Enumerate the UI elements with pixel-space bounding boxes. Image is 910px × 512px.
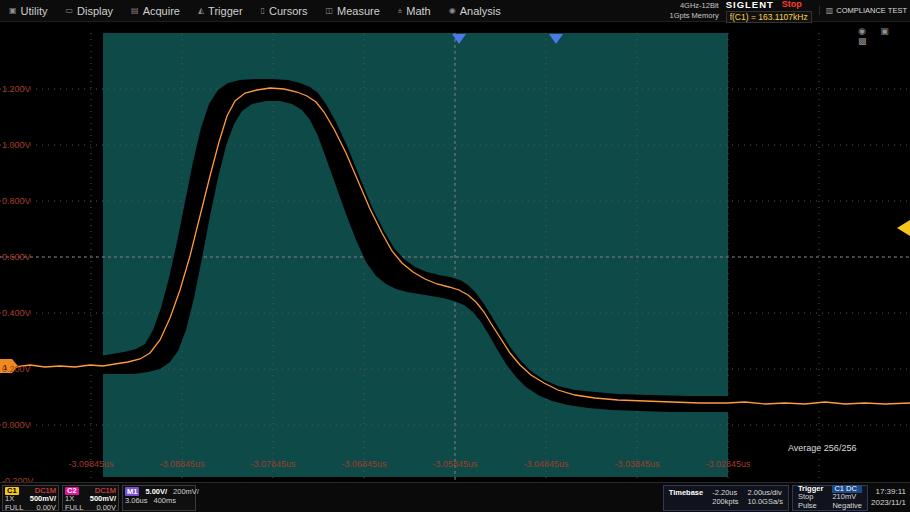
x-axis-label: -3.08845us — [159, 459, 204, 469]
clock-time: 17:39:11 — [871, 487, 906, 497]
menu-item-label: Display — [77, 5, 113, 17]
oscilloscope-screen: 1 1.200V1.000V0.800V0.600V0.400V0.200V0.… — [0, 0, 910, 512]
y-axis-label: 1.000V — [2, 140, 31, 150]
y-axis-label: 0.400V — [2, 308, 31, 318]
trigger-type: Pulse — [798, 502, 823, 511]
menu-item-utility[interactable]: ▣Utility — [0, 0, 56, 21]
c1-descriptor-box[interactable]: C1DC1M1X500mV/FULL0.00V — [2, 485, 59, 511]
channel-boxes: C1DC1M1X500mV/FULL0.00VC2DC1M1X500mV/FUL… — [2, 485, 119, 511]
y-axis-label: 1.200V — [2, 84, 31, 94]
x-axis-label: -3.02845us — [705, 459, 750, 469]
utility-icon: ▣ — [9, 6, 17, 15]
memory-spec: 1Gpts Memory — [669, 11, 718, 20]
menu-item-math[interactable]: ±Math — [389, 0, 440, 21]
measure-icon: ◫ — [325, 6, 333, 15]
menu-item-label: Math — [406, 5, 430, 17]
waveform-display[interactable]: 1 1.200V1.000V0.800V0.600V0.400V0.200V0.… — [0, 0, 910, 512]
display-icon: ▭ — [65, 6, 73, 15]
y-axis-label: 0.000V — [2, 420, 31, 430]
c1-bandwidth: FULL — [5, 504, 23, 512]
average-count-label: Average 256/256 — [788, 443, 856, 453]
math-icon: ± — [398, 6, 402, 15]
brand-status-box: SIGLENT Stop f(C1) = 163.1107kHz — [726, 0, 812, 23]
c2-bandwidth: FULL — [65, 504, 83, 512]
m1-vscale1: 5.00V/ — [145, 487, 167, 497]
compliance-test-label: COMPLIANCE TEST — [836, 6, 907, 15]
timebase-descriptor-box[interactable]: Timebase -2.20us 2.00us/div 200kpts 10.0… — [663, 485, 789, 511]
frequency-counter: f(C1) = 163.1107kHz — [726, 11, 812, 23]
bottom-status-bar: C1DC1M1X500mV/FULL0.00VC2DC1M1X500mV/FUL… — [0, 482, 910, 512]
c1-offset: 0.00V — [36, 504, 56, 512]
menu-item-label: Cursors — [269, 5, 308, 17]
x-axis-label: -3.05845us — [432, 459, 477, 469]
menu-item-cursors[interactable]: ▯Cursors — [252, 0, 317, 21]
x-axis-label: -3.09845us — [68, 459, 113, 469]
menu-item-label: Utility — [21, 5, 48, 17]
trigger-descriptor-box[interactable]: Trigger C1 DC Stop 210mV Pulse Negative — [792, 485, 868, 511]
cursors-icon: ▯ — [261, 6, 265, 15]
main-menu: ▣Utility▭Display▤Acquire◭Trigger▯Cursors… — [0, 0, 510, 21]
y-axis-label: 0.800V — [2, 196, 31, 206]
menu-item-trigger[interactable]: ◭Trigger — [189, 0, 252, 21]
run-state-indicator[interactable]: Stop — [782, 0, 802, 9]
timebase-title: Timebase — [669, 489, 703, 498]
clock: 17:39:11 2023/11/1 — [871, 487, 908, 508]
c2-offset: 0.00V — [96, 504, 116, 512]
menu-item-label: Trigger — [208, 5, 242, 17]
menu-item-label: Measure — [337, 5, 380, 17]
m1-label: M1 — [125, 487, 139, 497]
timebase-points: 200kpts — [712, 498, 738, 507]
menu-item-label: Acquire — [143, 5, 180, 17]
acquire-icon: ▤ — [131, 6, 139, 15]
timebase-sample-rate: 10.0GSa/s — [748, 498, 783, 507]
menu-item-analysis[interactable]: ◉Analysis — [440, 0, 510, 21]
y-axis-label: 0.600V — [2, 252, 31, 262]
topbar-status-cluster: 4GHz-12Bit 1Gpts Memory SIGLENT Stop f(C… — [669, 0, 910, 23]
m1-vscale2: 200mV/ — [173, 487, 199, 497]
graticule-canvas[interactable]: 1 — [0, 0, 910, 512]
scope-specs: 4GHz-12Bit 1Gpts Memory — [669, 1, 718, 20]
trigger-icon: ◭ — [198, 6, 204, 15]
plot-corner-icons[interactable]: ◉ ▣ ▩ — [858, 26, 910, 46]
y-axis-label: 0.200V — [2, 364, 31, 374]
bandwidth-spec: 4GHz-12Bit — [669, 1, 718, 10]
c2-descriptor-box[interactable]: C2DC1M1X500mV/FULL0.00V — [62, 485, 119, 511]
menu-item-display[interactable]: ▭Display — [56, 0, 122, 21]
clock-date: 2023/11/1 — [871, 498, 906, 508]
compliance-test-button[interactable]: ▥ COMPLIANCE TEST — [819, 6, 907, 15]
x-axis-label: -3.04845us — [523, 459, 568, 469]
trigger-slope: Negative — [832, 502, 862, 511]
menu-item-label: Analysis — [460, 5, 501, 17]
analysis-icon: ◉ — [449, 6, 456, 15]
trigger-level-marker[interactable] — [897, 220, 910, 236]
top-menu-bar: ▣Utility▭Display▤Acquire◭Trigger▯Cursors… — [0, 0, 910, 22]
m1-tscale2: 400ms — [154, 496, 177, 506]
compliance-test-icon: ▥ — [826, 6, 834, 15]
m1-tscale1: 3.06us — [125, 496, 148, 506]
x-axis-label: -3.03845us — [614, 459, 659, 469]
x-axis-label: -3.06845us — [341, 459, 386, 469]
brand-logo: SIGLENT — [726, 0, 774, 10]
m1-descriptor-box[interactable]: M1 5.00V/ 200mV/ 3.06us 400ms — [122, 485, 196, 511]
menu-item-measure[interactable]: ◫Measure — [316, 0, 388, 21]
menu-item-acquire[interactable]: ▤Acquire — [122, 0, 189, 21]
x-axis-label: -3.07845us — [250, 459, 295, 469]
